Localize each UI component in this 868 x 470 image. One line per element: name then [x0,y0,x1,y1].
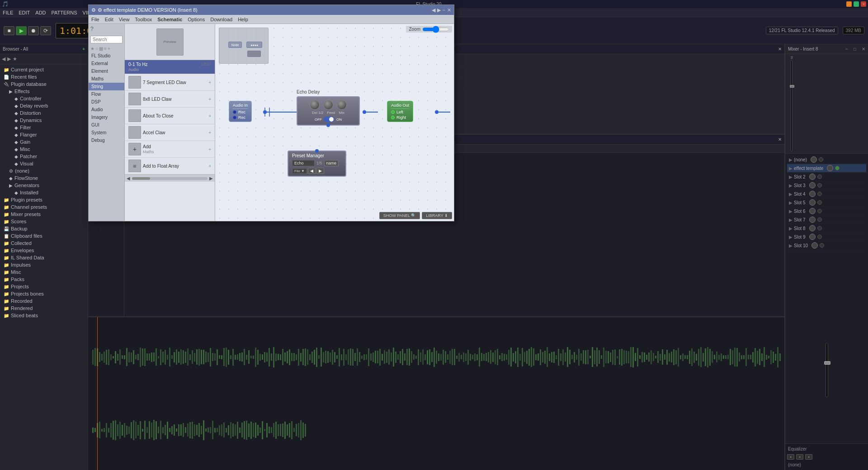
browser-back-icon[interactable]: ◀ [2,56,5,62]
eff-about-add[interactable]: + [208,113,211,118]
mixer-slot-2[interactable]: ▶ Slot 2 [787,173,866,181]
slot-knob-none[interactable] [811,156,817,163]
eff-accel-add[interactable]: + [208,130,211,135]
eff-cat-flow[interactable]: Flow [89,90,124,98]
slot-led-4[interactable] [817,192,822,196]
library-button[interactable]: LIBRARY ⬇ [422,212,452,219]
eff-menu-options[interactable]: Options [188,17,205,22]
effect-schematic-canvas[interactable]: Zoom Node ●●●● [215,24,454,221]
audio-in-node[interactable]: Audio In Rec Rec [229,101,252,122]
slot-led-none[interactable] [819,157,823,162]
maximize-button[interactable]: □ [854,1,859,7]
slot-knob-9[interactable] [809,234,816,240]
mixer-maximize-button[interactable]: □ [854,47,856,52]
browser-item-17[interactable]: ◆Installed [0,189,88,196]
eff-segment-add[interactable]: + [208,80,211,85]
slot-led-effect[interactable] [835,166,840,170]
browser-forward-icon[interactable]: ▶ [7,56,11,62]
eff-menu-help[interactable]: Help [238,17,248,22]
delay-knob-3[interactable] [337,100,347,110]
browser-item-28[interactable]: 📁Misc [0,268,88,276]
show-panel-button[interactable]: SHOW PANEL 🔍 [379,212,420,219]
mixer-slot-effect[interactable]: ▶ effect template [787,164,866,173]
eff-icon-circle[interactable]: ○ [95,46,98,51]
eq-btn-2[interactable]: + [796,454,803,460]
browser-item-30[interactable]: 📁Projects [0,283,88,290]
browser-item-2[interactable]: 🔌Plugin database [0,80,88,88]
eff-cat-debug[interactable]: Debug [89,136,124,144]
eff-item-about[interactable]: About To Close + [125,108,215,124]
slot-led-9[interactable] [817,235,822,239]
mixer-slot-9[interactable]: ▶ Slot 9 [787,233,866,241]
fader-thumb-main[interactable] [824,361,830,365]
eff-item-hz[interactable]: 0-1 To Hz 1/527 Audio [125,60,215,74]
eff-cat-string[interactable]: String [89,83,124,90]
browser-item-33[interactable]: 📁Rendered [0,305,88,312]
eff-menu-download[interactable]: Download [210,17,232,22]
eff-scroll-right[interactable]: ▶ [209,176,213,181]
eff-cat-system[interactable]: System [89,129,124,136]
browser-item-8[interactable]: ◆Filter [0,124,88,131]
browser-item-16[interactable]: ▶Generators [0,182,88,189]
browser-item-13[interactable]: ◆Visual [0,160,88,167]
browser-item-0[interactable]: 📁Current project [0,66,88,73]
browser-item-22[interactable]: 💾Backup [0,225,88,232]
eff-icon-star[interactable]: ★ [90,46,94,51]
slot-knob-5[interactable] [809,199,816,206]
browser-item-20[interactable]: 📁Mixer presets [0,211,88,218]
browser-item-15[interactable]: ◆FlowStone [0,174,88,182]
slot-led-10[interactable] [820,243,824,248]
browser-item-5[interactable]: ◆Delay reverb [0,102,88,109]
browser-item-6[interactable]: ◆Distortion [0,109,88,117]
channel-rack-close[interactable]: ✕ [778,47,782,52]
menu-file[interactable]: FILE [3,10,13,15]
eff-item-accel[interactable]: Accel Claw + [125,124,215,141]
eff-scroll-thumb[interactable] [132,177,150,180]
preset-file-btn[interactable]: File ▼ [292,168,307,174]
eff-menu-edit[interactable]: Edit [105,17,113,22]
browser-item-19[interactable]: 📁Channel presets [0,203,88,211]
eff-cat-external[interactable]: External [89,60,124,67]
effect-close-button[interactable]: ✕ [447,7,451,13]
mixer-slot-6[interactable]: ▶ Slot 6 [787,207,866,216]
browser-item-34[interactable]: 📁Sliced beats [0,312,88,319]
eff-menu-view[interactable]: View [119,17,130,22]
browser-item-32[interactable]: 📁Recorded [0,297,88,305]
browser-item-25[interactable]: 📁Envelopes [0,247,88,254]
eff-icon-list[interactable]: ≡ [104,46,107,51]
eff-item-segment[interactable]: 7 Segment LED Claw + [125,74,215,91]
slot-led-8[interactable] [817,226,822,230]
slot-led-3[interactable] [817,183,822,188]
slot-knob-2[interactable] [809,174,816,180]
eff-item-float-arr[interactable]: ▦ Add to Float Array + [125,158,215,174]
eff-cat-element[interactable]: Element [89,67,124,75]
eff-cat-dsp[interactable]: DSP [89,98,124,106]
eff-float-add[interactable]: + [208,164,211,169]
preset-prev-btn[interactable]: ◀ [308,168,316,174]
mixer-slot-7[interactable]: ▶ Slot 7 [787,216,866,224]
slot-led-2[interactable] [817,174,822,179]
eff-menu-toolbox[interactable]: Toolbox [135,17,152,22]
mixer-slot-8[interactable]: ▶ Slot 8 [787,224,866,233]
browser-item-24[interactable]: 📁Collected [0,240,88,247]
eff-cat-audio[interactable]: Audio [89,106,124,113]
delay-knob-2[interactable] [323,100,333,110]
slot-led-6[interactable] [817,209,822,213]
slot-knob-10[interactable] [811,242,818,249]
browser-item-21[interactable]: 📁Scores [0,218,88,225]
mixer-slot-5[interactable]: ▶ Slot 5 [787,198,866,207]
delay-knob-1[interactable] [310,100,320,110]
echo-delay-node[interactable]: Del 1/2 Feed Mix OFF ON [297,96,360,126]
mixer-close-button[interactable]: ✕ [862,47,865,52]
menu-patterns[interactable]: PATTERNS [52,10,77,15]
ch-fader-thumb[interactable] [790,85,794,88]
eff-add-add[interactable]: + [208,147,211,152]
eff-icon-add[interactable]: + [108,46,110,51]
browser-item-27[interactable]: 📁Impulses [0,261,88,268]
eff-scroll-left[interactable]: ◀ [127,176,130,181]
eff-scroll-track[interactable] [132,177,208,180]
eff-8x8-add[interactable]: + [208,97,211,102]
slot-knob-6[interactable] [809,208,816,214]
eq-btn-1[interactable]: + [787,454,794,460]
effect-search-input[interactable] [90,36,123,43]
